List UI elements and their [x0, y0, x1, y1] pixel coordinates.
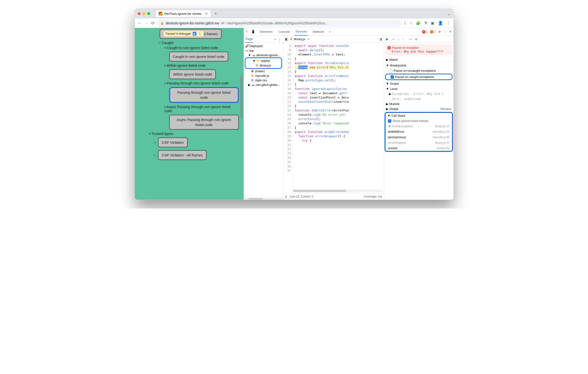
step-into-icon[interactable]: ↓ [398, 37, 399, 41]
scope-local[interactable]: ▼Local [384, 86, 453, 91]
devtools-tabbar: ⌖ 📱 Elements Console Sources Network » ✕… [244, 28, 453, 36]
share-icon[interactable]: ⤴ [404, 21, 406, 25]
bookmark-icon[interactable]: ☆ [409, 21, 413, 25]
tab-sources[interactable]: Sources [294, 28, 308, 36]
warnings-badge[interactable]: !2 [430, 30, 435, 33]
csp-violation-all-button[interactable]: CSP Violation - All frames [158, 150, 207, 160]
scope-global[interactable]: ▶GlobalWindow [384, 107, 453, 111]
page-scrollbar[interactable] [240, 76, 243, 119]
pass-through-button[interactable]: Passing through non ignore listed code [169, 87, 239, 103]
show-ignored-frames-checkbox[interactable]: ✓Show ignore-listed frames [386, 118, 452, 123]
callstack-frame[interactable]: ➤throwExceptionlibrary.js:15 [386, 123, 452, 129]
inspect-icon[interactable]: ⌖ [246, 30, 247, 34]
tree-deployed[interactable]: 🚀Deployed [244, 44, 283, 48]
pause-caught-checkbox[interactable]: ✓Pause on caught exceptions [386, 74, 452, 79]
minimize-window-button[interactable] [142, 12, 145, 15]
callstack-frame[interactable]: errorWrapperlibrary.js:37 [386, 140, 452, 145]
side-panel-icon[interactable]: ▣ [431, 21, 434, 25]
menu-button[interactable]: ⋮ [447, 21, 451, 25]
tree-top[interactable]: ▭top [244, 48, 283, 53]
tab-title: DevTools ignore list stories [164, 12, 201, 16]
hidden-folder-highlight: ▼📁hidden 🗎library.js [245, 57, 282, 69]
editor-file-tab[interactable]: 🗎library.js✕ [290, 37, 310, 41]
browser-tab[interactable]: DevTools ignore list stories ✕ [156, 10, 211, 17]
resume-icon[interactable]: ▶ [386, 37, 388, 41]
step-icon[interactable]: →• [408, 37, 412, 41]
tabs-dropdown-button[interactable]: ⌄ [447, 11, 451, 16]
labs-icon[interactable]: ⚗ [424, 21, 427, 25]
devtools-menu-icon[interactable]: ⋮ [443, 30, 447, 33]
scope-section[interactable]: ▼Scope [384, 81, 453, 86]
toolbar-right: ⤴ ☆ 🧩 ⚗ ▣ 👤 ⋮ [404, 20, 451, 26]
tree-mycode-js[interactable]: 🗎mycode.js [244, 74, 283, 78]
errors-badge[interactable]: ✕1 [422, 30, 428, 33]
forward-button[interactable]: → [144, 21, 149, 26]
line-gutter: 8910111213141516171819202122232425262728… [283, 43, 293, 190]
nav-hscroll[interactable] [244, 198, 283, 200]
callstack-frame[interactable]: doWithErrormycode.js:18 [386, 129, 452, 134]
url-host: devtools-ignore-list-stories.glitch.me [166, 21, 219, 25]
close-tab-button[interactable]: ✕ [205, 12, 208, 16]
debugger-pane: ▶ ⤻ ↓ ↑ →• ⊘ ✕Paused on exception Error:… [384, 36, 453, 200]
tree-index[interactable]: 🗎(index) [244, 69, 283, 74]
close-devtools-icon[interactable]: ✕ [449, 30, 452, 33]
back-button[interactable]: ← [138, 21, 142, 26]
toggle-navigator-icon[interactable]: ◧ [285, 37, 288, 41]
editor-hscroll[interactable] [293, 190, 382, 192]
maximize-window-button[interactable] [147, 12, 150, 15]
watch-section[interactable]: ▶Watch [384, 57, 453, 62]
paused-overlay: Paused in debugger ▶ ⤵ [164, 31, 204, 37]
list-item: Caught in non ignore listed code [164, 46, 239, 50]
resume-button[interactable]: ▶ [193, 32, 197, 36]
scope-module[interactable]: ▶Module [384, 101, 453, 107]
code-editor[interactable]: export async function unsafeS await dela… [293, 43, 384, 190]
trusted-types-header: Trusted types: [149, 131, 239, 136]
navigator-tab-page[interactable]: Page [246, 36, 253, 43]
favicon [159, 12, 163, 16]
navigator-pane: Page » ⋮ 🚀Deployed ▭top ▼☁devtools-ignor… [244, 36, 283, 200]
within-button[interactable]: Within ignore listed code [169, 69, 216, 79]
navigator-more-button[interactable]: » [274, 37, 276, 41]
csp-violation-button[interactable]: CSP Violation [158, 138, 188, 147]
tree-cdn[interactable]: ▶☁cdn.glitch.globa... [244, 83, 283, 87]
file-tree: 🚀Deployed ▭top ▼☁devtools-ignore... ▼📁hi… [244, 43, 283, 88]
tree-style-css[interactable]: 🗎style.css [244, 78, 283, 83]
device-mode-icon[interactable]: 📱 [251, 30, 255, 33]
editor-pane: ◧ 🗎library.js✕ ◨ 89101112131415161718192… [283, 36, 384, 200]
extensions-icon[interactable]: 🧩 [416, 21, 421, 25]
titlebar: DevTools ignore list stories ✕ + ⌄ [135, 9, 453, 18]
callstack-frame[interactable]: onclick(index):83 [386, 145, 452, 151]
callstack-frame[interactable]: (anonymous)mycode.js:89 [386, 134, 452, 140]
async-pass-button[interactable]: Async Passing through non ignore listed … [169, 115, 239, 130]
tree-hidden-folder[interactable]: ▼📁hidden [245, 59, 281, 63]
pause-uncaught-checkbox[interactable]: Pause on uncaught exceptions [384, 68, 453, 73]
content-area: Paused in debugger ▶ ⤵ WebAssembly trap … [135, 28, 453, 200]
tree-origin[interactable]: ▼☁devtools-ignore... [244, 53, 283, 57]
breakpoints-section[interactable]: ▼Breakpoints [384, 63, 453, 68]
address-bar[interactable]: 🔒 devtools-ignore-list-stories.glitch.me… [157, 20, 401, 27]
tree-library-js[interactable]: 🗎library.js [245, 63, 281, 68]
callstack-section[interactable]: ▼Call Stack [386, 113, 452, 118]
step-out-icon[interactable]: ↑ [402, 37, 404, 41]
editor-statusbar: {} Line 15, Column 3 Coverage: n/a [283, 193, 384, 200]
pretty-print-icon[interactable]: {} [285, 195, 287, 198]
tab-elements[interactable]: Elements [259, 28, 274, 36]
browser-window: DevTools ignore list stories ✕ + ⌄ ← → ⟳… [135, 9, 454, 200]
more-tabs-button[interactable]: » [329, 30, 331, 33]
tab-console[interactable]: Console [277, 28, 291, 36]
avatar-button[interactable]: 👤 [438, 20, 443, 26]
deactivate-breakpoints-icon[interactable]: ⊘ [415, 37, 418, 41]
caught-button[interactable]: Caught in non ignore listed code [169, 52, 228, 62]
list-item: Within ignore listed code [164, 63, 239, 67]
step-button[interactable]: ⤵ [198, 32, 202, 36]
step-over-icon[interactable]: ⤻ [392, 37, 394, 41]
scope-exception[interactable]: ▶Exception: Error: Why did t [384, 91, 453, 96]
tab-network[interactable]: Network [312, 28, 325, 36]
devtools-panel: ⌖ 📱 Elements Console Sources Network » ✕… [243, 28, 453, 200]
toggle-debugger-icon[interactable]: ◨ [379, 37, 382, 41]
new-tab-button[interactable]: + [214, 11, 217, 16]
close-window-button[interactable] [138, 12, 141, 15]
reload-button[interactable]: ⟳ [151, 21, 155, 26]
navigator-menu-button[interactable]: ⋮ [278, 37, 281, 41]
settings-icon[interactable]: ⚙ [438, 30, 441, 33]
